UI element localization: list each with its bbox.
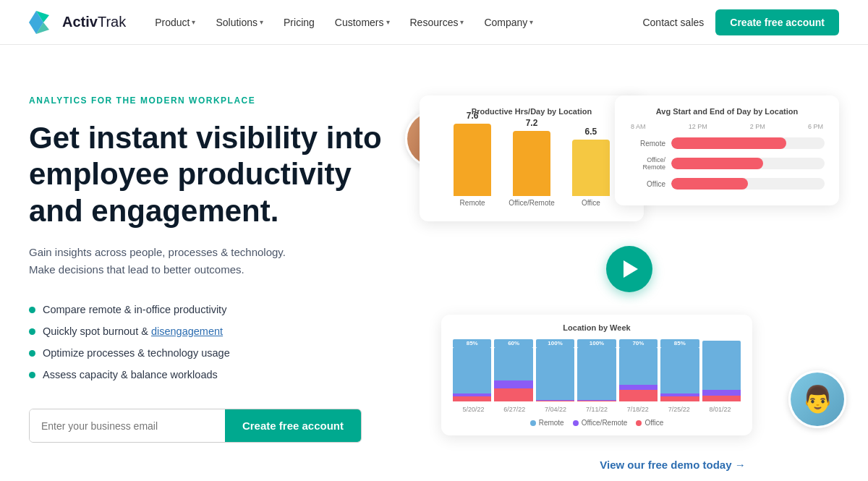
chart2-track-office: [671, 178, 825, 190]
bar-office-value: 6.5: [585, 127, 597, 137]
nav-customers[interactable]: Customers▾: [326, 11, 399, 34]
bullet-dot-3: [29, 350, 35, 357]
chart3-group-7: [702, 339, 741, 401]
avatar-man: 👨: [788, 370, 846, 428]
chart1-bars: 7.6 Remote 7.2 Office/Remote 6.5 Office: [434, 123, 629, 210]
play-button[interactable]: [606, 246, 652, 292]
nav-solutions[interactable]: Solutions▾: [207, 11, 272, 34]
nav-links: Product▾ Solutions▾ Pricing Customers▾ R…: [146, 11, 542, 34]
chart3-legend: Remote Office/Remote Office: [453, 419, 741, 427]
chart3-bar6-remote: [660, 347, 699, 393]
chart3-bar2-office: [494, 388, 532, 401]
chart2-row-office-remote: Office/Remote: [629, 156, 825, 171]
legend-office-remote: Office/Remote: [573, 419, 628, 427]
chart2-track-office-remote: [671, 158, 825, 169]
hero-section: Analytics for the Modern Workplace Get i…: [0, 45, 868, 479]
chart-productive-hrs: Productive Hrs/Day by Location 7.6 Remot…: [420, 95, 644, 221]
chart3-bars: 85% 60% 100% 100%: [453, 339, 741, 404]
nav-product[interactable]: Product▾: [146, 11, 204, 34]
chart3-bar1-office: [453, 396, 491, 401]
chart-avg-start-end: Avg Start and End of Day by Location 8 A…: [615, 95, 839, 205]
create-account-form-button[interactable]: Create free account: [225, 409, 361, 442]
legend-remote: Remote: [530, 419, 564, 427]
chart3-bar2-or: [494, 380, 532, 388]
nav-resources[interactable]: Resources▾: [401, 11, 473, 34]
email-form: Create free account: [29, 409, 362, 443]
chart-location-by-week: Location by Week 85% 60% 100%: [441, 315, 752, 435]
hero-left: Analytics for the Modern Workplace Get i…: [29, 88, 391, 443]
email-input[interactable]: [30, 409, 225, 442]
contact-sales-link[interactable]: Contact sales: [642, 17, 704, 28]
bar-office-remote-value: 7.2: [526, 118, 538, 128]
hero-headline: Get instant visibility into employee pro…: [29, 120, 391, 229]
chart3-bar2-remote: [494, 347, 532, 380]
chart3-group-3: 100%: [536, 339, 574, 401]
bar-remote-label: Remote: [460, 199, 485, 207]
chart2-label-office-remote: Office/Remote: [629, 156, 665, 171]
chart2-fill-remote: [671, 137, 786, 149]
chart2-fill-office-remote: [671, 158, 763, 169]
disengagement-link[interactable]: disengagement: [151, 325, 223, 337]
chart2-track-remote: [671, 137, 825, 149]
chart3-bar7-or: [702, 390, 741, 396]
legend-dot-office: [636, 420, 642, 426]
legend-dot-remote: [530, 420, 536, 426]
nav-right: Contact sales Create free account: [642, 9, 839, 35]
play-triangle-icon: [624, 260, 638, 278]
bar-office-label: Office: [582, 199, 600, 207]
bullet-item-2: Quickly spot burnout & disengagement: [29, 320, 391, 342]
chart2-row-office: Office: [629, 178, 825, 190]
legend-dot-office-remote: [573, 420, 579, 426]
chart3-group-4: 100%: [577, 339, 616, 401]
bar-office-remote-bar: [513, 131, 550, 196]
chart3-x-labels: 5/20/22 6/27/22 7/04/22 7/11/22 7/18/22 …: [453, 406, 741, 413]
chart2-rows: Remote Office/Remote Office: [629, 133, 825, 194]
bar-office-bar: [572, 140, 610, 196]
chart3-bar3-remote: [536, 347, 574, 400]
demo-link[interactable]: View our free demo today →: [600, 459, 745, 471]
chart3-group-1: 85%: [453, 339, 491, 401]
bullet-dot-2: [29, 328, 35, 335]
chart3-bar7-office: [702, 396, 741, 401]
bar-remote: 7.6 Remote: [454, 111, 491, 207]
legend-office: Office: [636, 419, 663, 427]
chart2-label-office: Office: [629, 180, 665, 188]
hero-charts: 👩 Productive Hrs/Day by Location 7.6 Rem…: [420, 88, 839, 450]
chart2-row-remote: Remote: [629, 137, 825, 149]
chart3-bar5-or: [619, 385, 658, 390]
chart3-group-6: 85%: [660, 339, 699, 401]
logo-icon: [29, 11, 56, 34]
chart3-bar5-remote: [619, 347, 658, 385]
chart3-bar1-remote: [453, 347, 491, 393]
bar-office-remote-label: Office/Remote: [509, 199, 555, 207]
nav-left: ActivTrak Product▾ Solutions▾ Pricing Cu…: [29, 11, 542, 34]
hero-tag: Analytics for the Modern Workplace: [29, 95, 391, 106]
chart3-bar5-office: [619, 390, 658, 401]
bullet-dot-1: [29, 307, 35, 313]
chart3-group-5: 70%: [619, 339, 658, 401]
bar-office: 6.5 Office: [572, 127, 610, 207]
navigation: ActivTrak Product▾ Solutions▾ Pricing Cu…: [0, 0, 868, 45]
chart3-bar4-remote: [577, 347, 616, 400]
chart3-bar4-office: [577, 401, 616, 401]
create-account-nav-button[interactable]: Create free account: [715, 9, 839, 35]
chart3-bar3-office: [536, 401, 574, 401]
chart2-label-remote: Remote: [629, 140, 665, 148]
bullet-item-3: Optimize processes & technology usage: [29, 342, 391, 364]
nav-pricing[interactable]: Pricing: [275, 11, 323, 34]
chart3-title: Location by Week: [453, 323, 741, 332]
nav-company[interactable]: Company▾: [475, 11, 542, 34]
chart2-axis: 8 AM 12 PM 2 PM 6 PM: [629, 123, 825, 130]
bar-remote-bar: [454, 124, 491, 196]
bullet-item-1: Compare remote & in-office productivity: [29, 299, 391, 320]
chart2-fill-office: [671, 178, 748, 190]
bullet-item-4: Assess capacity & balance workloads: [29, 364, 391, 386]
chart3-group-2: 60%: [494, 339, 532, 401]
chart3-bar7-remote: [702, 341, 741, 390]
chart2-title: Avg Start and End of Day by Location: [629, 107, 825, 116]
bullet-list: Compare remote & in-office productivity …: [29, 299, 391, 386]
chart3-bar6-office: [660, 396, 699, 401]
hero-subtext: Gain insights across people, processes &…: [29, 244, 391, 278]
logo-text: ActivTrak: [62, 14, 126, 30]
bullet-dot-4: [29, 372, 35, 378]
